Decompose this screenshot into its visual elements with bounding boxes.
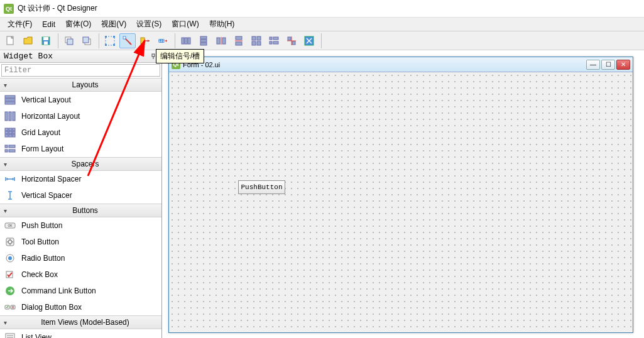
widget-label: Vertical Layout: [21, 95, 71, 104]
edit-widgets-button[interactable]: [102, 33, 118, 48]
maximize-button[interactable]: ☐: [601, 60, 615, 70]
layout-horizontal-button[interactable]: [178, 33, 194, 48]
form-window[interactable]: Qt Form - 02.ui — ☐ ✕ PushButton: [168, 57, 633, 333]
form-titlebar[interactable]: Qt Form - 02.ui — ☐ ✕: [169, 57, 633, 72]
widget-horizontal-spacer[interactable]: Horizontal Spacer: [0, 171, 161, 187]
svg-rect-7: [83, 37, 89, 43]
save-button[interactable]: [38, 33, 54, 48]
widget-command-link-button[interactable]: Command Link Button: [0, 283, 161, 299]
svg-rect-2: [43, 37, 48, 40]
chevron-down-icon: ▾: [4, 161, 13, 168]
svg-rect-24: [200, 40, 207, 42]
widget-check-box[interactable]: Check Box: [0, 266, 161, 283]
svg-rect-12: [113, 44, 115, 46]
category-buttons[interactable]: ▾Buttons: [0, 204, 161, 217]
svg-rect-56: [5, 131, 8, 134]
push-button-widget[interactable]: PushButton: [238, 180, 285, 194]
edit-buddies-button[interactable]: [137, 33, 153, 48]
menu-window[interactable]: 窗口(W): [166, 18, 204, 31]
bring-front-button[interactable]: [79, 33, 95, 48]
tooltip: 编辑信号/槽: [156, 49, 204, 63]
svg-rect-32: [252, 36, 256, 40]
new-button[interactable]: [3, 33, 19, 48]
svg-rect-60: [9, 134, 12, 137]
svg-point-71: [8, 256, 12, 260]
svg-marker-19: [166, 40, 167, 42]
dialog-button-box-icon: [4, 302, 16, 313]
svg-rect-33: [257, 36, 261, 40]
widget-radio-button[interactable]: Radio Button: [0, 250, 161, 266]
layout-grid-button[interactable]: [248, 33, 265, 48]
svg-rect-29: [236, 36, 242, 40]
widget-vertical-spacer[interactable]: Vertical Spacer: [0, 187, 161, 204]
widget-label: Push Button: [21, 221, 62, 230]
layout-vertical-splitter-button[interactable]: [231, 33, 247, 48]
design-canvas[interactable]: Qt Form - 02.ui — ☐ ✕ PushButton: [162, 50, 644, 338]
horizontal-layout-icon: [4, 111, 16, 122]
chevron-down-icon: ▾: [4, 207, 13, 214]
widget-list[interactable]: ▾Layouts Vertical Layout Horizontal Layo…: [0, 78, 161, 338]
edit-signals-slots-button[interactable]: [119, 33, 136, 48]
svg-rect-23: [200, 36, 207, 39]
menu-help[interactable]: 帮助(H): [204, 18, 240, 31]
svg-rect-34: [252, 41, 256, 45]
category-layouts[interactable]: ▾Layouts: [0, 78, 161, 92]
category-item-views[interactable]: ▾Item Views (Model-Based): [0, 315, 161, 329]
svg-rect-10: [113, 36, 115, 38]
menu-form[interactable]: 窗体(O): [60, 18, 96, 31]
svg-rect-51: [9, 112, 11, 121]
svg-text:123: 123: [158, 39, 165, 43]
menubar: 文件(F) Edit 窗体(O) 视图(V) 设置(S) 窗口(W) 帮助(H): [0, 18, 644, 31]
widget-list-view[interactable]: List View: [0, 329, 161, 338]
chevron-down-icon: ▾: [4, 82, 13, 89]
menu-settings[interactable]: 设置(S): [131, 18, 166, 31]
menu-view[interactable]: 视图(V): [96, 18, 131, 31]
svg-rect-35: [257, 41, 261, 45]
widget-push-button[interactable]: OK Push Button: [0, 217, 161, 234]
tool-button-icon: [4, 236, 16, 248]
svg-rect-14: [123, 36, 126, 39]
widget-label: Dialog Button Box: [21, 303, 82, 312]
svg-rect-8: [106, 36, 114, 45]
widget-dialog-button-box[interactable]: Dialog Button Box: [0, 299, 161, 315]
app-icon: Qt: [4, 4, 14, 14]
layout-horizontal-splitter-button[interactable]: [213, 33, 229, 48]
widget-label: Command Link Button: [21, 286, 96, 295]
filter-input[interactable]: [1, 64, 160, 77]
widget-vertical-layout[interactable]: Vertical Layout: [0, 92, 161, 108]
svg-rect-72: [6, 271, 13, 278]
widget-grid-layout[interactable]: Grid Layout: [0, 124, 161, 141]
adjust-size-button[interactable]: [301, 33, 317, 48]
svg-rect-47: [5, 95, 15, 98]
widget-label: Horizontal Spacer: [21, 175, 81, 183]
svg-rect-45: [152, 54, 155, 57]
form-body[interactable]: PushButton: [169, 72, 633, 332]
widget-tool-button[interactable]: Tool Button: [0, 234, 161, 250]
svg-rect-52: [13, 112, 15, 121]
close-button[interactable]: ✕: [616, 60, 630, 70]
svg-rect-41: [292, 41, 295, 45]
check-box-icon: [4, 269, 16, 280]
svg-rect-3: [44, 41, 48, 45]
break-layout-button[interactable]: [283, 33, 300, 48]
menu-edit[interactable]: Edit: [37, 19, 60, 30]
widget-label: Horizontal Layout: [21, 112, 80, 121]
svg-rect-22: [188, 38, 190, 44]
send-back-button[interactable]: [61, 33, 77, 48]
widget-horizontal-layout[interactable]: Horizontal Layout: [0, 108, 161, 124]
category-spacers[interactable]: ▾Spacers: [0, 157, 161, 171]
chevron-down-icon: ▾: [4, 319, 13, 326]
widget-box-title: Widget Box: [0, 50, 161, 63]
open-button[interactable]: [20, 33, 36, 48]
menu-file[interactable]: 文件(F): [3, 18, 37, 31]
layout-form-button[interactable]: [266, 33, 282, 48]
widget-form-layout[interactable]: Form Layout: [0, 141, 161, 157]
minimize-button[interactable]: —: [586, 60, 600, 70]
svg-rect-54: [9, 128, 12, 131]
window-title: Qt 设计师 - Qt Designer: [18, 3, 97, 14]
edit-tab-order-button[interactable]: 123: [155, 33, 171, 48]
form-layout-icon: [4, 143, 16, 155]
svg-rect-50: [5, 112, 8, 121]
layout-vertical-button[interactable]: [195, 33, 212, 48]
vertical-spacer-icon: [4, 190, 16, 201]
